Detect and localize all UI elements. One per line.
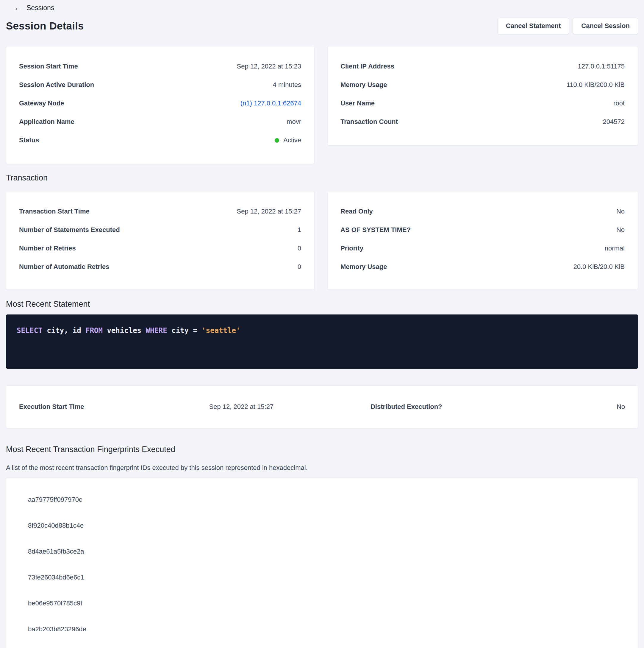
fingerprints-card: aa79775ff097970c 8f920c40d88b1c4e 8d4ae6… [6,477,638,648]
sql-keyword: FROM [85,326,103,335]
summary-row: Session Active Duration 4 minutes [19,76,301,94]
sql-text: city = [167,326,202,335]
cancel-session-button[interactable]: Cancel Session [573,18,638,34]
row-value: 4 minutes [273,81,301,89]
row-label: Distributed Execution? [370,403,442,411]
row-label: Execution Start Time [19,403,84,411]
sql-keyword: SELECT [17,326,43,335]
summary-row: Gateway Node (n1) 127.0.0.1:62674 [19,94,301,113]
row-label: Number of Statements Executed [19,226,120,234]
row-value: 204572 [603,118,625,126]
distributed-execution-pair: Distributed Execution? No [370,403,625,411]
row-label: Transaction Count [341,118,398,126]
fingerprint-item: 8f920c40d88b1c4e [6,512,638,538]
summary-row: Read Only No [341,202,625,221]
row-label: Memory Usage [341,263,387,271]
fingerprint-item: be06e9570f785c9f [6,590,638,616]
summary-row: Session Start Time Sep 12, 2022 at 15:23 [19,57,301,76]
row-label: Priority [341,245,363,252]
summary-row: Priority normal [341,239,625,258]
row-label: User Name [341,100,375,107]
row-value: Sep 12, 2022 at 15:23 [237,62,301,70]
summary-row: Transaction Start Time Sep 12, 2022 at 1… [19,202,301,221]
cancel-statement-button[interactable]: Cancel Statement [497,18,569,34]
row-value: root [613,100,625,107]
row-value: 0 [298,245,301,252]
row-value: 0 [298,263,301,271]
summary-row: Number of Statements Executed 1 [19,221,301,239]
transaction-section-heading: Transaction [6,173,638,183]
fingerprint-item: aa79775ff097970c [6,487,638,512]
summary-row: Number of Retries 0 [19,239,301,258]
transaction-right-card: Read Only No AS OF SYSTEM TIME? No Prior… [327,191,638,290]
session-summary-card: Session Start Time Sep 12, 2022 at 15:23… [6,46,314,164]
row-value: 1 [298,226,301,234]
sql-statement-box: SELECT city, id FROM vehicles WHERE city… [6,315,638,369]
row-value: Sep 12, 2022 at 15:27 [209,403,274,411]
row-label: Status [19,137,39,144]
execution-start-time-pair: Execution Start Time Sep 12, 2022 at 15:… [19,403,274,411]
statement-section-heading: Most Recent Statement [6,299,638,309]
client-summary-card: Client IP Address 127.0.0.1:51175 Memory… [327,46,638,146]
row-label: Number of Automatic Retries [19,263,110,271]
sql-string-literal: 'seattle' [201,326,240,335]
back-arrow-icon[interactable]: ← [14,4,22,12]
fingerprint-item: 73fe26034bd6e6c1 [6,564,638,590]
row-value: No [616,226,625,234]
transaction-left-card: Transaction Start Time Sep 12, 2022 at 1… [6,191,314,290]
row-value: No [616,208,625,215]
status-active-dot-icon [275,138,279,143]
row-value: 127.0.0.1:51175 [578,62,625,70]
row-label: Application Name [19,118,74,126]
summary-row: Status Active [19,131,301,150]
sql-text: city, id [43,326,86,335]
row-label: Read Only [341,208,373,215]
fingerprint-item: 8d4ae61a5fb3ce2a [6,538,638,564]
summary-row: Memory Usage 20.0 KiB/20.0 KiB [341,258,625,276]
row-value: No [617,403,625,411]
row-label: Number of Retries [19,245,76,252]
gateway-node-link[interactable]: (n1) 127.0.0.1:62674 [240,100,301,107]
summary-row: Number of Automatic Retries 0 [19,258,301,276]
header-actions: Cancel Statement Cancel Session [497,18,638,34]
transaction-section: Transaction Start Time Sep 12, 2022 at 1… [6,191,638,290]
row-label: Session Start Time [19,62,78,70]
summary-row: Client IP Address 127.0.0.1:51175 [341,57,625,76]
summary-row: Memory Usage 110.0 KiB/200.0 KiB [341,76,625,94]
summary-row: User Name root [341,94,625,113]
status-badge: Active [283,137,301,144]
row-label: Gateway Node [19,100,64,107]
summary-row: AS OF SYSTEM TIME? No [341,221,625,239]
fingerprints-section-heading: Most Recent Transaction Fingerprints Exe… [6,444,638,454]
execution-card: Execution Start Time Sep 12, 2022 at 15:… [6,385,638,428]
summary-section: Session Start Time Sep 12, 2022 at 15:23… [6,46,638,164]
row-value: normal [605,245,625,252]
top-nav: ← Sessions [6,3,638,12]
summary-row: Transaction Count 204572 [341,113,625,131]
fingerprint-item: ba2b203b823296de [6,616,638,642]
row-label: Client IP Address [341,62,394,70]
summary-row: Application Name movr [19,113,301,131]
row-label: Transaction Start Time [19,208,90,215]
row-label: Session Active Duration [19,81,94,89]
sql-text: vehicles [103,326,146,335]
sql-keyword: WHERE [146,326,167,335]
page-header: Session Details Cancel Statement Cancel … [6,17,638,35]
fingerprints-description: A list of the most recent transaction fi… [6,464,638,472]
status-value: Active [275,137,301,144]
page-title: Session Details [6,20,84,32]
row-value: Sep 12, 2022 at 15:27 [237,208,301,215]
back-to-sessions-link[interactable]: ← Sessions [14,4,54,12]
row-value: 110.0 KiB/200.0 KiB [567,81,625,89]
row-label: Memory Usage [341,81,387,89]
row-value: movr [287,118,301,126]
row-label: AS OF SYSTEM TIME? [341,226,411,234]
row-value: 20.0 KiB/20.0 KiB [574,263,625,271]
back-label[interactable]: Sessions [26,4,54,12]
